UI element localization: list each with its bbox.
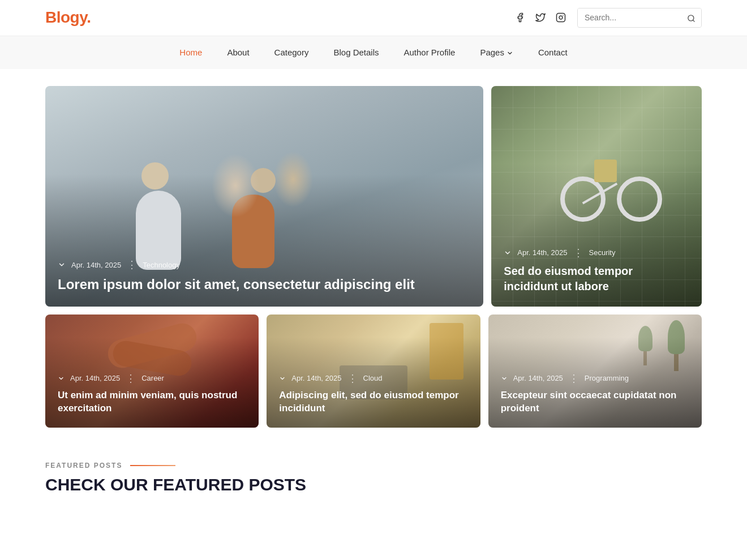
chevron-icon (58, 375, 65, 382)
hero-small-meta: Apr. 14th, 2025 ⋮ Security (504, 248, 689, 258)
hero-small-category: Security (589, 248, 616, 257)
svg-line-3 (693, 20, 694, 21)
featured-label: FEATURED POSTS (45, 462, 122, 469)
bottom-card-1-overlay: Apr. 14th, 2025 ⋮ Career Ut enim ad mini… (45, 363, 259, 428)
svg-rect-0 (557, 14, 565, 22)
bottom-card-2-title: Adipiscing elit, sed do eiusmod tempor i… (279, 389, 467, 415)
nav-bar: Home About Category Blog Details Author … (0, 36, 747, 69)
logo-text: Blogy (45, 8, 87, 26)
hero-large-overlay: Apr. 14th, 2025 ⋮ Technology Lorem ipsum… (45, 249, 483, 306)
hero-large-category: Technology (143, 261, 180, 269)
search-button[interactable] (681, 8, 701, 27)
bottom-card-1-category: Career (141, 374, 164, 382)
bottom-card-3-date: Apr. 14th, 2025 (513, 374, 563, 382)
hero-small-title: Sed do eiusmod tempor incididunt ut labo… (504, 264, 689, 294)
logo[interactable]: Blogy. (45, 8, 91, 27)
hero-large-meta: Apr. 14th, 2025 ⋮ Technology (58, 260, 471, 270)
nav-item-blog-details[interactable]: Blog Details (332, 37, 380, 67)
section-divider (130, 465, 175, 466)
bottom-card-3-title: Excepteur sint occaecat cupidatat non pr… (501, 389, 689, 415)
search-bar[interactable] (577, 8, 702, 28)
bottom-card-2[interactable]: Apr. 14th, 2025 ⋮ Cloud Adipiscing elit,… (267, 315, 480, 428)
bottom-card-3-overlay: Apr. 14th, 2025 ⋮ Programming Excepteur … (488, 363, 702, 428)
nav-item-about[interactable]: About (226, 37, 250, 67)
separator-icon: ⋮ (126, 373, 136, 384)
top-bar: Blogy. (0, 0, 747, 36)
social-icons (514, 11, 567, 24)
facebook-icon[interactable] (514, 11, 526, 24)
instagram-icon[interactable] (555, 11, 567, 24)
top-right (514, 8, 702, 28)
separator-icon: ⋮ (347, 373, 358, 384)
separator-icon: ⋮ (127, 260, 137, 270)
section-label: FEATURED POSTS (45, 462, 702, 469)
chevron-down-icon (506, 49, 513, 57)
chevron-icon (501, 375, 508, 382)
bottom-card-1-title: Ut enim ad minim veniam, quis nostrud ex… (58, 389, 246, 415)
chevron-icon (504, 249, 512, 257)
bottom-card-1[interactable]: Apr. 14th, 2025 ⋮ Career Ut enim ad mini… (45, 315, 259, 428)
nav-item-contact[interactable]: Contact (537, 37, 569, 67)
bottom-card-3-category: Programming (585, 374, 629, 382)
bottom-card-1-meta: Apr. 14th, 2025 ⋮ Career (58, 373, 246, 384)
bottom-card-3[interactable]: Apr. 14th, 2025 ⋮ Programming Excepteur … (488, 315, 702, 428)
featured-section: FEATURED POSTS CHECK OUR FEATURED POSTS (0, 439, 747, 506)
twitter-icon[interactable] (534, 11, 547, 24)
bottom-card-2-category: Cloud (363, 374, 383, 382)
hero-card-small[interactable]: Apr. 14th, 2025 ⋮ Security Sed do eiusmo… (491, 86, 702, 307)
hero-grid: Apr. 14th, 2025 ⋮ Technology Lorem ipsum… (0, 69, 747, 315)
logo-dot: . (87, 8, 91, 26)
search-input[interactable] (578, 8, 681, 27)
bottom-card-2-overlay: Apr. 14th, 2025 ⋮ Cloud Adipiscing elit,… (267, 363, 480, 428)
bottom-grid: Apr. 14th, 2025 ⋮ Career Ut enim ad mini… (0, 315, 747, 439)
hero-card-large[interactable]: Apr. 14th, 2025 ⋮ Technology Lorem ipsum… (45, 86, 483, 307)
hero-large-date: Apr. 14th, 2025 (71, 261, 121, 269)
hero-small-date: Apr. 14th, 2025 (517, 248, 567, 257)
nav-item-author-profile[interactable]: Author Profile (403, 37, 457, 67)
bottom-card-2-meta: Apr. 14th, 2025 ⋮ Cloud (279, 373, 467, 384)
hero-large-title: Lorem ipsum dolor sit amet, consectetur … (58, 275, 471, 294)
separator-icon: ⋮ (569, 373, 579, 384)
nav-item-home[interactable]: Home (178, 37, 203, 67)
chevron-icon (279, 375, 286, 382)
bottom-card-1-date: Apr. 14th, 2025 (70, 374, 120, 382)
bottom-card-3-meta: Apr. 14th, 2025 ⋮ Programming (501, 373, 689, 384)
chevron-icon (58, 261, 66, 269)
bottom-card-2-date: Apr. 14th, 2025 (291, 374, 341, 382)
separator-icon: ⋮ (573, 248, 583, 258)
nav-item-pages[interactable]: Pages (479, 37, 514, 67)
hero-small-overlay: Apr. 14th, 2025 ⋮ Security Sed do eiusmo… (491, 238, 702, 307)
nav-item-category[interactable]: Category (273, 37, 310, 67)
featured-title: CHECK OUR FEATURED POSTS (45, 475, 702, 494)
